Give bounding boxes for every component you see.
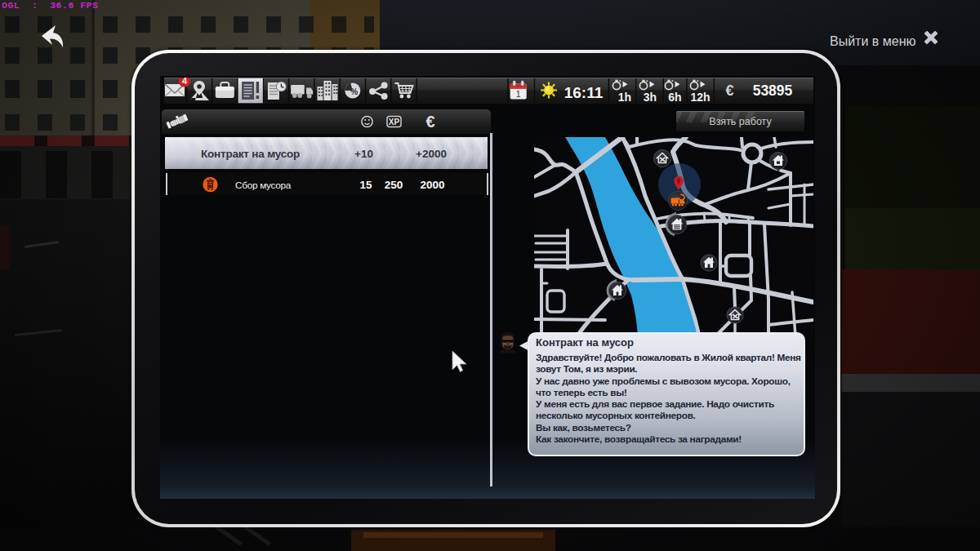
svg-text:53895: 53895 [753, 82, 793, 99]
svg-text:€: € [725, 82, 733, 99]
svg-text:3h: 3h [644, 91, 657, 104]
svg-text:4: 4 [182, 78, 188, 86]
svg-text:15: 15 [359, 179, 372, 191]
svg-text:%: % [350, 87, 358, 96]
svg-text:1h: 1h [618, 91, 631, 104]
svg-text:2000: 2000 [420, 179, 444, 191]
svg-text:1: 1 [516, 89, 521, 99]
svg-text:250: 250 [385, 179, 403, 191]
svg-text:6h: 6h [668, 91, 681, 104]
svg-text:Сбор мусора: Сбор мусора [235, 180, 292, 191]
svg-text:+2000: +2000 [416, 148, 447, 160]
svg-text:XP: XP [389, 118, 400, 127]
svg-text:€: € [425, 113, 434, 131]
svg-text:Контракт на мусор: Контракт на мусор [201, 148, 300, 160]
svg-text:16:11: 16:11 [564, 84, 604, 101]
svg-text:+10: +10 [354, 148, 373, 160]
svg-text:12h: 12h [691, 91, 710, 104]
